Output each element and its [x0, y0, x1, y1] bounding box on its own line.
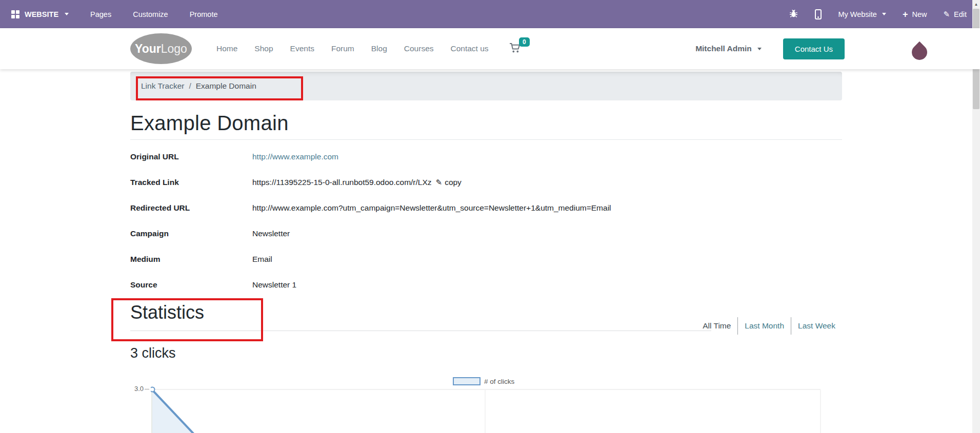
nav-shop[interactable]: Shop [254, 44, 273, 53]
new-label: New [912, 10, 927, 18]
site-header: Your Logo Home Shop Events Forum Blog Co… [0, 28, 980, 69]
nav-contact-us[interactable]: Contact us [451, 44, 489, 53]
nav-events[interactable]: Events [290, 44, 314, 53]
time-filter-tabs: All Time Last Month Last Week [696, 317, 842, 335]
edit-button[interactable]: ✎ Edit [943, 10, 967, 19]
my-website-label: My Website [838, 10, 876, 18]
field-row-original-url: Original URL http://www.example.com [130, 148, 842, 174]
pencil-icon: ✎ [943, 10, 950, 19]
tab-all-time[interactable]: All Time [696, 317, 737, 335]
clicks-summary: 3 clicks [130, 344, 842, 362]
chart-plot-area [151, 386, 823, 433]
chevron-down-icon [65, 13, 69, 15]
website-menu-label: WEBSITE [25, 10, 58, 18]
cart-button[interactable]: 0 [509, 43, 522, 55]
chevron-down-icon [882, 13, 886, 15]
site-logo[interactable]: Your Logo [130, 33, 192, 64]
field-row-tracked-link: Tracked Link https://11395225-15-0-all.r… [130, 174, 842, 199]
title-divider [130, 139, 842, 140]
debug-bug-icon[interactable] [789, 9, 798, 20]
scroll-up-arrow-icon[interactable]: ▲ [972, 0, 980, 9]
statistics-section-header: Statistics All Time Last Month Last Week [130, 302, 842, 331]
menu-customize[interactable]: Customize [133, 10, 168, 18]
chevron-down-icon [757, 48, 762, 50]
nav-courses[interactable]: Courses [404, 44, 434, 53]
field-row-source: Source Newsletter 1 [130, 276, 842, 302]
source-value: Newsletter 1 [252, 280, 296, 302]
user-name: Mitchell Admin [695, 44, 752, 53]
field-row-campaign: Campaign Newsletter [130, 225, 842, 251]
logo-text-bold: Your [135, 42, 161, 56]
statistics-divider [130, 331, 711, 331]
nav-forum[interactable]: Forum [331, 44, 354, 53]
field-label: Original URL [130, 152, 252, 174]
medium-value: Email [252, 255, 272, 276]
cart-count-badge: 0 [519, 37, 530, 47]
field-row-medium: Medium Email [130, 251, 842, 276]
avatar[interactable] [909, 42, 930, 63]
legend-swatch[interactable] [453, 377, 481, 385]
menu-pages[interactable]: Pages [90, 10, 111, 18]
logo-text-light: Logo [161, 42, 187, 56]
y-axis-tick-label: 3.0 [134, 385, 144, 393]
statistics-heading: Statistics [130, 302, 204, 323]
nav-home[interactable]: Home [216, 44, 237, 53]
data-point-marker[interactable] [151, 387, 155, 392]
nav-blog[interactable]: Blog [371, 44, 387, 53]
pencil-icon: ✎ [436, 178, 443, 199]
apps-grid-icon [11, 10, 19, 18]
field-label: Medium [130, 255, 252, 276]
edit-label: Edit [954, 10, 967, 18]
menu-promote[interactable]: Promote [190, 10, 218, 18]
plus-icon: + [903, 11, 908, 18]
my-website-menu[interactable]: My Website [838, 10, 886, 18]
field-label: Tracked Link [130, 178, 252, 199]
contact-us-button[interactable]: Contact Us [783, 38, 845, 59]
breadcrumb-separator: / [189, 81, 191, 91]
field-label: Source [130, 280, 252, 302]
breadcrumb-link-tracker[interactable]: Link Tracker [141, 81, 184, 91]
editor-toolbar: WEBSITE Pages Customize Promote My Websi… [0, 0, 980, 28]
y-axis-tick-mark [145, 389, 149, 389]
user-menu[interactable]: Mitchell Admin [695, 44, 762, 53]
redirected-url-value: http://www.example.com?utm_campaign=News… [252, 203, 611, 225]
field-label: Redirected URL [130, 203, 252, 225]
mobile-preview-icon[interactable] [815, 9, 822, 19]
tab-last-month[interactable]: Last Month [737, 317, 791, 335]
breadcrumb-current: Example Domain [196, 81, 256, 91]
breadcrumb: Link Tracker / Example Domain [130, 72, 842, 100]
legend-label: # of clicks [484, 377, 514, 386]
link-details: Original URL http://www.example.com Trac… [130, 148, 842, 302]
website-apps-menu[interactable]: WEBSITE [11, 10, 69, 18]
copy-button[interactable]: copy [445, 178, 462, 199]
main-content: Link Tracker / Example Domain Example Do… [130, 72, 842, 433]
field-row-redirected-url: Redirected URL http://www.example.com?ut… [130, 199, 842, 225]
main-navigation: Home Shop Events Forum Blog Courses Cont… [216, 44, 489, 53]
clicks-chart: # of clicks 3.0 [130, 366, 842, 433]
tracked-link-value: https://11395225-15-0-all.runbot59.odoo.… [252, 178, 432, 199]
page-title: Example Domain [130, 112, 842, 135]
field-label: Campaign [130, 229, 252, 251]
tab-last-week[interactable]: Last Week [791, 317, 842, 335]
original-url-link[interactable]: http://www.example.com [252, 152, 338, 174]
link-tracker-page: WEBSITE Pages Customize Promote My Websi… [0, 0, 980, 433]
campaign-value: Newsletter [252, 229, 290, 251]
new-button[interactable]: + New [903, 10, 927, 18]
